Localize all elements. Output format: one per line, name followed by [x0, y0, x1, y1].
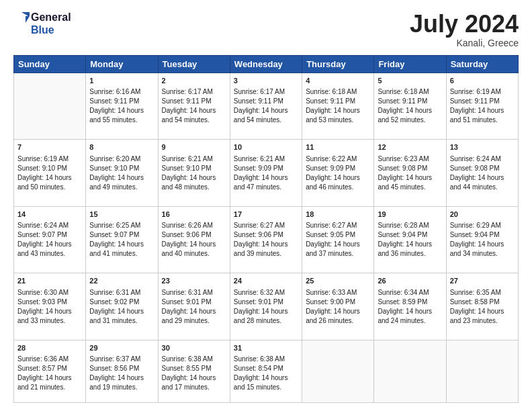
calendar-cell	[374, 340, 446, 402]
cell-text: Sunrise: 6:24 AM	[450, 154, 515, 164]
header: General Blue July 2024 Kanali, Greece	[13, 11, 519, 48]
cell-text: Daylight: 14 hours	[234, 173, 298, 183]
cell-text: and 26 minutes.	[306, 316, 370, 326]
calendar-cell: 18Sunrise: 6:27 AMSunset: 9:05 PMDayligh…	[302, 206, 374, 273]
cell-text: Sunrise: 6:18 AM	[378, 87, 442, 97]
cell-text: Sunset: 9:05 PM	[306, 230, 370, 240]
cell-text: Sunset: 9:04 PM	[378, 230, 442, 240]
cell-text: and 33 minutes.	[17, 316, 82, 326]
cell-text: and 55 minutes.	[89, 116, 154, 125]
cell-text: and 41 minutes.	[89, 249, 154, 259]
cell-text: Sunrise: 6:19 AM	[450, 87, 515, 97]
cell-text: Sunset: 8:58 PM	[450, 298, 515, 307]
calendar-cell: 27Sunrise: 6:35 AMSunset: 8:58 PMDayligh…	[446, 273, 518, 340]
cell-text: and 17 minutes.	[162, 383, 226, 392]
cell-text: Sunset: 9:10 PM	[17, 164, 82, 173]
cell-text: Sunset: 9:11 PM	[234, 97, 298, 106]
cell-text: Daylight: 14 hours	[17, 173, 82, 183]
cell-text: Sunrise: 6:25 AM	[89, 221, 154, 230]
cell-text: Daylight: 14 hours	[378, 173, 442, 183]
cell-text: and 37 minutes.	[306, 249, 370, 259]
cell-text: Daylight: 14 hours	[234, 106, 298, 116]
cell-text: Sunrise: 6:33 AM	[306, 288, 370, 298]
day-number: 15	[89, 210, 154, 220]
calendar-cell: 13Sunrise: 6:24 AMSunset: 9:08 PMDayligh…	[446, 140, 518, 207]
cell-text: Sunset: 9:01 PM	[234, 298, 298, 307]
calendar-cell: 14Sunrise: 6:24 AMSunset: 9:07 PMDayligh…	[14, 206, 86, 273]
cell-text: and 34 minutes.	[450, 249, 515, 259]
cell-text: Daylight: 14 hours	[450, 106, 515, 116]
cell-text: and 47 minutes.	[234, 183, 298, 192]
cell-text: Sunrise: 6:17 AM	[234, 87, 298, 97]
cell-text: Sunrise: 6:36 AM	[17, 355, 82, 364]
calendar-cell: 23Sunrise: 6:31 AMSunset: 9:01 PMDayligh…	[158, 273, 230, 340]
cell-text: and 29 minutes.	[162, 316, 226, 326]
calendar-page: General Blue July 2024 Kanali, Greece Su…	[0, 0, 532, 411]
calendar-table: Sunday Monday Tuesday Wednesday Thursday…	[13, 55, 519, 403]
cell-text: Daylight: 14 hours	[89, 173, 154, 183]
day-number: 11	[306, 142, 370, 152]
day-number: 8	[89, 142, 154, 152]
cell-text: Sunset: 9:11 PM	[306, 97, 370, 106]
cell-text: Daylight: 14 hours	[450, 307, 515, 316]
calendar-cell: 20Sunrise: 6:29 AMSunset: 9:04 PMDayligh…	[446, 206, 518, 273]
cell-text: Sunset: 9:04 PM	[450, 230, 515, 240]
cell-text: Sunrise: 6:38 AM	[162, 355, 226, 364]
cell-text: Sunset: 9:00 PM	[306, 298, 370, 307]
cell-text: Sunrise: 6:37 AM	[89, 355, 154, 364]
cell-text: Sunrise: 6:30 AM	[17, 288, 82, 298]
calendar-cell: 29Sunrise: 6:37 AMSunset: 8:56 PMDayligh…	[86, 340, 158, 402]
cell-text: Daylight: 14 hours	[17, 240, 82, 249]
cell-text: Daylight: 14 hours	[306, 240, 370, 249]
day-number: 19	[378, 210, 442, 220]
cell-text: Daylight: 14 hours	[89, 106, 154, 116]
cell-text: Sunrise: 6:38 AM	[234, 355, 298, 364]
cell-text: Sunset: 8:56 PM	[89, 364, 154, 373]
cell-text: Daylight: 14 hours	[89, 373, 154, 383]
week-row-1: 1Sunrise: 6:16 AMSunset: 9:11 PMDaylight…	[14, 73, 519, 140]
cell-text: Sunset: 9:03 PM	[17, 298, 82, 307]
cell-text: Sunrise: 6:34 AM	[378, 288, 442, 298]
logo: General Blue	[13, 11, 71, 36]
cell-text: Sunset: 9:09 PM	[234, 164, 298, 173]
cell-text: Sunset: 8:55 PM	[162, 364, 226, 373]
day-number: 27	[450, 276, 515, 286]
cell-text: Sunrise: 6:23 AM	[378, 154, 442, 164]
cell-text: Sunset: 9:11 PM	[162, 97, 226, 106]
calendar-cell: 26Sunrise: 6:34 AMSunset: 8:59 PMDayligh…	[374, 273, 446, 340]
day-number: 4	[306, 76, 370, 86]
day-number: 9	[162, 142, 226, 152]
week-row-4: 21Sunrise: 6:30 AMSunset: 9:03 PMDayligh…	[14, 273, 519, 340]
cell-text: Daylight: 14 hours	[234, 307, 298, 316]
cell-text: and 45 minutes.	[378, 183, 442, 192]
cell-text: and 52 minutes.	[378, 116, 442, 125]
cell-text: and 43 minutes.	[17, 249, 82, 259]
cell-text: Sunset: 9:10 PM	[162, 164, 226, 173]
day-number: 24	[234, 276, 298, 286]
calendar-cell	[14, 73, 86, 140]
calendar-cell: 19Sunrise: 6:28 AMSunset: 9:04 PMDayligh…	[374, 206, 446, 273]
cell-text: Daylight: 14 hours	[162, 240, 226, 249]
cell-text: and 50 minutes.	[17, 183, 82, 192]
calendar-cell: 3Sunrise: 6:17 AMSunset: 9:11 PMDaylight…	[230, 73, 302, 140]
logo-blue: Blue	[13, 24, 71, 36]
col-sunday: Sunday	[14, 55, 86, 73]
day-number: 17	[234, 210, 298, 220]
cell-text: Daylight: 14 hours	[162, 373, 226, 383]
cell-text: Sunset: 9:10 PM	[89, 164, 154, 173]
cell-text: Sunrise: 6:27 AM	[234, 221, 298, 230]
cell-text: and 48 minutes.	[162, 183, 226, 192]
cell-text: Sunset: 9:09 PM	[306, 164, 370, 173]
col-tuesday: Tuesday	[158, 55, 230, 73]
cell-text: Sunset: 8:54 PM	[234, 364, 298, 373]
cell-text: Sunrise: 6:31 AM	[162, 288, 226, 298]
day-number: 25	[306, 276, 370, 286]
cell-text: Sunset: 9:11 PM	[450, 97, 515, 106]
cell-text: Sunrise: 6:22 AM	[306, 154, 370, 164]
col-friday: Friday	[374, 55, 446, 73]
calendar-cell: 9Sunrise: 6:21 AMSunset: 9:10 PMDaylight…	[158, 140, 230, 207]
cell-text: and 28 minutes.	[234, 316, 298, 326]
cell-text: Sunset: 8:59 PM	[378, 298, 442, 307]
svg-marker-0	[21, 12, 30, 23]
cell-text: and 54 minutes.	[162, 116, 226, 125]
